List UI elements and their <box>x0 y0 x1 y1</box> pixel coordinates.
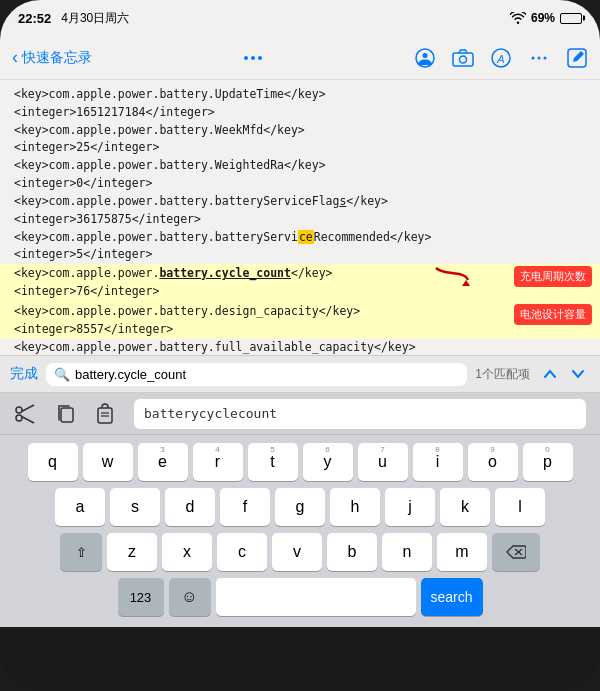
content-line: <key>com.apple.power.battery.batteryServ… <box>14 229 586 247</box>
wifi-icon <box>510 12 526 24</box>
key-u[interactable]: 7u <box>358 443 408 481</box>
key-h[interactable]: h <box>330 488 380 526</box>
key-i[interactable]: 8i <box>413 443 463 481</box>
find-nav-buttons <box>538 362 590 386</box>
clipboard-text-input[interactable]: batterycyclecount <box>134 399 586 429</box>
status-right: 69% <box>510 11 582 25</box>
text-format-icon[interactable]: A <box>490 47 512 69</box>
person-circle-icon[interactable] <box>414 47 436 69</box>
svg-line-14 <box>22 416 35 423</box>
keyboard: q w 3e 4r 5t 6y 7u 8i 9o 0p a s d f g h … <box>0 435 600 627</box>
key-num-o: 9 <box>490 445 494 454</box>
key-o[interactable]: 9o <box>468 443 518 481</box>
content-line-highlight: <integer>8557</integer> <box>14 321 586 339</box>
find-results: 1个匹配项 <box>475 366 530 383</box>
camera-icon[interactable] <box>452 49 474 67</box>
key-q[interactable]: q <box>28 443 78 481</box>
key-z[interactable]: z <box>107 533 157 571</box>
scissors-icon[interactable] <box>14 403 36 425</box>
clipboard-toolbar: batterycyclecount <box>0 393 600 435</box>
status-bar: 22:52 4月30日周六 69% <box>0 0 600 36</box>
status-time: 22:52 <box>18 11 51 26</box>
key-numbers[interactable]: 123 <box>118 578 164 616</box>
chevron-down-icon <box>571 369 585 379</box>
content-line: <key>com.apple.power.battery.full_availa… <box>14 339 586 355</box>
key-v[interactable]: v <box>272 533 322 571</box>
key-b[interactable]: b <box>327 533 377 571</box>
keyboard-row-3: ⇧ z x c v b n m <box>4 533 596 571</box>
find-input-wrap: 🔍 battery.cycle_count <box>46 363 467 386</box>
key-x[interactable]: x <box>162 533 212 571</box>
content-line: <key>com.apple.power.battery.batteryServ… <box>14 193 586 211</box>
key-num-e: 3 <box>160 445 164 454</box>
svg-point-8 <box>544 56 547 59</box>
svg-point-3 <box>460 56 467 63</box>
status-date: 4月30日周六 <box>61 10 129 27</box>
key-t[interactable]: 5t <box>248 443 298 481</box>
keyboard-row-4: 123 ☺ search <box>4 578 596 616</box>
content-line: <key>com.apple.power.battery.UpdateTime<… <box>14 86 586 104</box>
nav-icons: A <box>414 47 588 69</box>
key-delete[interactable] <box>492 533 540 571</box>
key-m[interactable]: m <box>437 533 487 571</box>
pencil-square-icon[interactable] <box>566 47 588 69</box>
key-j[interactable]: j <box>385 488 435 526</box>
status-left: 22:52 4月30日周六 <box>18 10 129 27</box>
clipboard-input-value: batterycyclecount <box>144 406 277 421</box>
content-line: <integer>36175875</integer> <box>14 211 586 229</box>
key-w[interactable]: w <box>83 443 133 481</box>
key-shift[interactable]: ⇧ <box>60 533 102 571</box>
annotation-design-capacity: 电池设计容量 <box>514 304 592 325</box>
svg-point-1 <box>423 53 428 58</box>
device-frame: 22:52 4月30日周六 69% ‹ 快速备忘录 <box>0 0 600 691</box>
key-num-r: 4 <box>215 445 219 454</box>
key-r[interactable]: 4r <box>193 443 243 481</box>
nav-back-button[interactable]: ‹ 快速备忘录 <box>12 47 92 68</box>
svg-rect-2 <box>453 53 473 66</box>
highlight-design-capacity: <key>com.apple.power.battery.design_capa… <box>0 302 600 340</box>
content-line-highlight: <integer>76</integer> <box>14 283 586 301</box>
key-s[interactable]: s <box>110 488 160 526</box>
find-search-icon: 🔍 <box>54 367 70 382</box>
key-y[interactable]: 6y <box>303 443 353 481</box>
nav-back-label: 快速备忘录 <box>22 49 92 67</box>
find-prev-button[interactable] <box>538 362 562 386</box>
key-emoji[interactable]: ☺ <box>169 578 211 616</box>
content-line: <integer>5</integer> <box>14 246 586 264</box>
find-done-button[interactable]: 完成 <box>10 365 38 383</box>
svg-rect-15 <box>61 408 73 422</box>
key-num-i: 8 <box>435 445 439 454</box>
clipboard-icon[interactable] <box>94 403 116 425</box>
svg-text:A: A <box>496 52 504 64</box>
svg-point-12 <box>16 415 22 421</box>
key-space[interactable] <box>216 578 416 616</box>
content-line: <key>com.apple.power.battery.WeekMfd</ke… <box>14 122 586 140</box>
keyboard-row-2: a s d f g h j k l <box>4 488 596 526</box>
content-line: <integer>0</integer> <box>14 175 586 193</box>
content-line-highlight: <key>com.apple.power.battery.design_capa… <box>14 303 586 321</box>
battery-percentage: 69% <box>531 11 555 25</box>
key-a[interactable]: a <box>55 488 105 526</box>
copy-icon[interactable] <box>54 403 76 425</box>
key-c[interactable]: c <box>217 533 267 571</box>
key-p[interactable]: 0p <box>523 443 573 481</box>
battery-icon <box>560 13 582 24</box>
search-button[interactable]: search <box>421 578 483 616</box>
chevron-up-icon <box>543 369 557 379</box>
nav-bar: ‹ 快速备忘录 A <box>0 36 600 80</box>
content-line: <integer>25</integer> <box>14 139 586 157</box>
ellipsis-icon[interactable] <box>528 47 550 69</box>
content-line: <key>com.apple.power.battery.WeightedRa<… <box>14 157 586 175</box>
content-line: <integer>1651217184</integer> <box>14 104 586 122</box>
find-input[interactable]: battery.cycle_count <box>75 367 459 382</box>
annotation-cycle-count: 充电周期次数 <box>514 266 592 287</box>
key-l[interactable]: l <box>495 488 545 526</box>
key-g[interactable]: g <box>275 488 325 526</box>
key-n[interactable]: n <box>382 533 432 571</box>
key-k[interactable]: k <box>440 488 490 526</box>
keyboard-row-1: q w 3e 4r 5t 6y 7u 8i 9o 0p <box>4 443 596 481</box>
find-next-button[interactable] <box>566 362 590 386</box>
key-d[interactable]: d <box>165 488 215 526</box>
key-f[interactable]: f <box>220 488 270 526</box>
key-e[interactable]: 3e <box>138 443 188 481</box>
